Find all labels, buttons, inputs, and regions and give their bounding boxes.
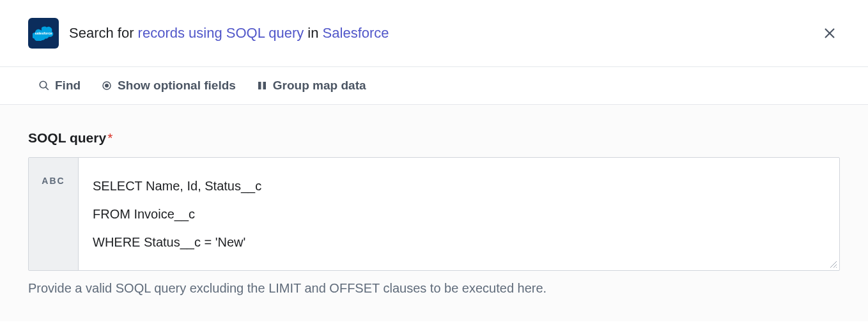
- find-button[interactable]: Find: [38, 79, 81, 93]
- query-input-container: ABC SELECT Name, Id, Status__c FROM Invo…: [28, 157, 840, 271]
- group-map-data-button[interactable]: Group map data: [256, 79, 366, 93]
- title-app-link[interactable]: Salesforce: [323, 25, 389, 41]
- eye-icon: [101, 80, 112, 91]
- field-label-text: SOQL query: [28, 130, 106, 145]
- salesforce-cloud-icon: salesforce: [33, 26, 54, 41]
- step-title: Search for records using SOQL query in S…: [69, 24, 389, 43]
- field-label: SOQL query*: [28, 130, 840, 146]
- title-action-link[interactable]: records using SOQL query: [138, 25, 304, 41]
- soql-query-input[interactable]: SELECT Name, Id, Status__c FROM Invoice_…: [79, 158, 839, 270]
- svg-rect-8: [263, 82, 266, 89]
- show-optional-fields-button[interactable]: Show optional fields: [101, 79, 236, 93]
- close-button[interactable]: [822, 26, 837, 41]
- salesforce-app-icon: salesforce: [28, 18, 59, 49]
- svg-rect-7: [258, 82, 261, 89]
- step-header: salesforce Search for records using SOQL…: [0, 0, 868, 67]
- field-help-text: Provide a valid SOQL query excluding the…: [28, 281, 840, 296]
- content-area: SOQL query* ABC SELECT Name, Id, Status_…: [0, 105, 868, 321]
- svg-line-4: [45, 87, 49, 90]
- search-icon: [38, 80, 50, 91]
- field-type-badge: ABC: [29, 158, 79, 270]
- close-icon: [822, 26, 837, 41]
- optional-fields-label: Show optional fields: [118, 79, 236, 93]
- toolbar: Find Show optional fields Group map data: [0, 67, 868, 105]
- required-indicator: *: [107, 130, 112, 145]
- title-mid: in: [304, 25, 322, 41]
- svg-point-3: [40, 81, 47, 88]
- svg-text:salesforce: salesforce: [35, 31, 52, 35]
- find-label: Find: [55, 79, 81, 93]
- group-map-icon: [256, 80, 268, 91]
- title-prefix: Search for: [69, 25, 138, 41]
- group-map-label: Group map data: [273, 79, 366, 93]
- svg-point-6: [105, 84, 109, 88]
- type-badge-text: ABC: [42, 176, 65, 186]
